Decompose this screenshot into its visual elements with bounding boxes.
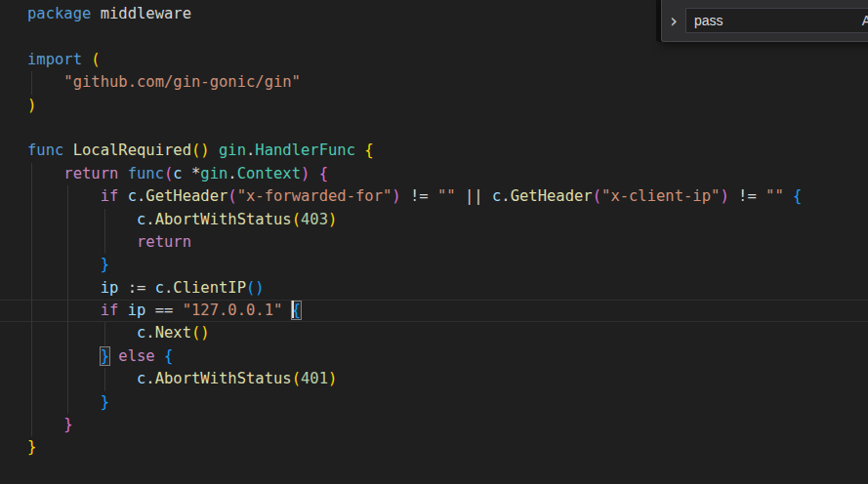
code-line: c.AbortWithStatus(403) xyxy=(0,209,868,231)
code-token: ( xyxy=(593,187,601,205)
code-token: 401 xyxy=(301,370,328,387)
code-token: } xyxy=(101,256,109,273)
code-token: } xyxy=(101,347,109,365)
code-token: ) xyxy=(328,211,337,228)
code-token: } xyxy=(27,438,36,456)
code-line: ip := c.ClientIP() xyxy=(0,277,868,300)
code-token: * xyxy=(183,165,201,182)
code-token xyxy=(82,51,91,68)
code-token: } xyxy=(101,393,109,411)
code-token: ( xyxy=(292,211,301,228)
code-token: c xyxy=(173,165,182,182)
code-token xyxy=(210,141,219,159)
code-token: c xyxy=(155,279,164,297)
vscode-editor-window: { "editor": { "background": "#1f1f1f", "… xyxy=(0,0,868,484)
code-token: "127.0.0.1" xyxy=(183,302,283,319)
code-token: package xyxy=(27,5,91,22)
code-line: } else { xyxy=(0,345,868,368)
code-token: "" xyxy=(765,187,784,205)
code-editor[interactable]: package middlewareimport ( "github.com/g… xyxy=(0,0,868,484)
code-line: } xyxy=(0,436,868,459)
code-token: { xyxy=(319,165,328,182)
code-token xyxy=(155,347,164,365)
code-token: ClientIP xyxy=(173,279,246,297)
find-widget: › A xyxy=(661,0,868,42)
code-line: import ( xyxy=(0,49,868,71)
code-token: := xyxy=(118,279,154,297)
code-token xyxy=(118,302,127,319)
code-token xyxy=(310,165,318,182)
code-token xyxy=(118,187,127,205)
code-token: ) xyxy=(301,165,310,182)
code-token: () xyxy=(246,279,265,297)
code-token: import xyxy=(27,51,82,68)
code-token: c xyxy=(137,211,145,228)
code-token: c xyxy=(128,187,137,205)
code-token: ( xyxy=(164,165,173,182)
code-token xyxy=(784,187,793,205)
code-token: || xyxy=(456,187,492,205)
code-token xyxy=(118,165,127,182)
code-token: . xyxy=(501,187,510,205)
code-token: ) xyxy=(392,187,400,205)
code-token: ( xyxy=(227,187,236,205)
code-token: != xyxy=(729,187,765,205)
code-token: return xyxy=(137,233,191,251)
code-token: func xyxy=(128,165,164,182)
code-token: "x-forwarded-for" xyxy=(237,187,393,205)
code-token: AbortWithStatus xyxy=(155,370,292,387)
code-token: . xyxy=(145,324,154,342)
code-line: "github.com/gin-gonic/gin" xyxy=(0,71,868,94)
code-token: ) xyxy=(720,187,728,205)
code-line: if c.GetHeader("x-forwarded-for") != "" … xyxy=(0,185,868,208)
code-line: c.Next() xyxy=(0,322,868,344)
code-token: . xyxy=(164,279,173,297)
code-token: { xyxy=(164,347,173,365)
code-line: } xyxy=(0,254,868,276)
code-line: return xyxy=(0,231,868,254)
code-token: != xyxy=(401,187,437,205)
code-token xyxy=(63,141,72,159)
code-token: "" xyxy=(437,187,456,205)
code-token: . xyxy=(145,211,154,228)
code-token: == xyxy=(145,302,182,319)
code-line: if ip == "127.0.0.1" { xyxy=(0,300,868,322)
code-token: { xyxy=(364,141,373,159)
code-token: AbortWithStatus xyxy=(155,211,292,228)
chevron-right-icon: › xyxy=(670,10,678,31)
code-token: HandlerFunc xyxy=(255,141,355,159)
code-token: return xyxy=(63,165,118,182)
match-case-icon[interactable]: A xyxy=(862,13,868,28)
code-token: gin xyxy=(200,165,227,182)
code-token: } xyxy=(63,416,72,433)
code-token: () xyxy=(191,324,210,342)
code-token: . xyxy=(145,370,154,387)
code-token: ) xyxy=(27,97,36,114)
code-token: "x-client-ip" xyxy=(601,187,720,205)
code-token: ( xyxy=(292,370,301,387)
toggle-replace-button[interactable]: › xyxy=(662,0,685,41)
code-token: 403 xyxy=(301,211,328,228)
code-token: . xyxy=(246,141,255,159)
code-token: . xyxy=(137,187,145,205)
code-token: if xyxy=(101,302,119,319)
code-token: ip xyxy=(128,302,146,319)
code-token: { xyxy=(793,187,802,205)
code-token: ip xyxy=(101,279,119,297)
code-token: func xyxy=(27,141,63,159)
code-token: else xyxy=(118,347,154,365)
code-token: . xyxy=(227,165,236,182)
code-token: Next xyxy=(155,324,191,342)
code-token: Context xyxy=(237,165,301,182)
find-input[interactable] xyxy=(685,8,868,33)
code-token xyxy=(355,141,364,159)
code-token: middleware xyxy=(91,5,191,22)
code-token: ( xyxy=(91,51,100,68)
code-token: GetHeader xyxy=(145,187,227,205)
code-token: if xyxy=(101,187,119,205)
code-token: c xyxy=(137,370,145,387)
code-token xyxy=(282,302,291,319)
find-input-container: A xyxy=(685,8,868,33)
code-token: ) xyxy=(328,370,337,387)
text-cursor xyxy=(292,301,294,318)
